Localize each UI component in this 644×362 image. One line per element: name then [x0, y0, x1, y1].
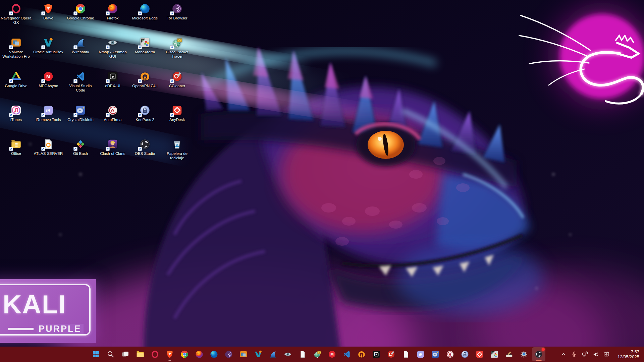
office-icon	[10, 138, 22, 150]
tor-icon	[224, 350, 233, 359]
taskbar-keepass[interactable]	[458, 347, 472, 361]
taskbar-anydesk[interactable]	[473, 347, 486, 361]
vscode-icon	[342, 350, 351, 359]
desktop-icon-anydesk[interactable]: AnyDesk	[161, 102, 193, 135]
taskbar-settings[interactable]	[517, 347, 531, 361]
taskbar-megasync[interactable]: M	[325, 347, 339, 361]
tray-update[interactable]	[601, 348, 612, 361]
taskbar-clock[interactable]: 7:57 12/05/2025	[612, 349, 641, 359]
tray-microphone[interactable]	[569, 348, 580, 361]
taskbar-wireshark[interactable]	[266, 347, 280, 361]
taskbar-scanner-app[interactable]	[502, 347, 516, 361]
desktop-icon-label: CrystalDiskInfo	[67, 118, 93, 122]
desktop-icon-wireshark[interactable]: Wireshark	[64, 34, 97, 68]
autofirma-icon: e	[107, 104, 119, 116]
taskbar-virtualbox[interactable]	[252, 347, 265, 361]
desktop-icon-keepass-2[interactable]: KeePass 2	[129, 102, 161, 135]
desktop-icon-label: Office	[11, 152, 21, 156]
desktop-icon-label: Wireshark	[72, 50, 89, 54]
keepass-icon	[139, 104, 151, 116]
badge-subtitle: PURPLE	[37, 324, 84, 334]
desktop-icon-autofirma[interactable]: eAutoFirma	[97, 102, 129, 135]
desktop-icon-megasync[interactable]: MMEGAsync	[32, 68, 64, 102]
virtualbox-icon	[42, 37, 54, 49]
taskbar-obs-studio[interactable]	[532, 347, 545, 361]
desktop-icon-itunes[interactable]: iTunes	[0, 102, 32, 135]
taskbar-task-view[interactable]	[119, 347, 132, 361]
tray-network[interactable]	[580, 348, 590, 361]
desktop-icon-clash-of-clans[interactable]: Clash of Clans	[97, 135, 129, 169]
desktop-icon-edex-ui[interactable]: eeDEX-UI	[97, 68, 129, 102]
shortcut-arrow-badge	[170, 45, 174, 49]
shortcut-arrow-badge	[106, 147, 110, 151]
taskbar-file-explorer[interactable]	[133, 347, 147, 361]
desktop-icon-navegador-opera-gx[interactable]: Navegador Opera GX	[0, 0, 32, 34]
taskbar-firefox[interactable]	[193, 347, 206, 361]
taskbar-start[interactable]	[89, 347, 103, 361]
taskbar-search[interactable]	[104, 347, 117, 361]
virtualbox-icon	[254, 350, 263, 359]
taskbar-opera-gx[interactable]	[148, 347, 162, 361]
desktop-icon-mobaxterm[interactable]: >MobaXterm	[129, 34, 161, 68]
desktop-icon-visual-studio-code[interactable]: Visual Studio Code	[64, 68, 97, 102]
desktop-icon-label: CCleaner	[169, 84, 185, 88]
desktop-icon-cisco-packet-tracer[interactable]: Cisco Packet Tracer	[161, 34, 193, 68]
openvpn-icon	[139, 70, 151, 82]
shortcut-arrow-badge	[9, 11, 13, 15]
desktop-icon-google-chrome[interactable]: Google Chrome	[64, 0, 97, 34]
desktop-icon-vmware-workstation-pro[interactable]: VMware Workstation Pro	[0, 34, 32, 68]
taskbar-tor-browser[interactable]	[222, 347, 235, 361]
desktop-icon-obs-studio[interactable]: OBS Studio	[129, 135, 161, 169]
iremove-icon: iR	[416, 350, 425, 359]
tray-volume[interactable]	[590, 348, 601, 361]
itunes-icon	[10, 104, 22, 116]
explorer-icon	[136, 350, 145, 359]
keepass-icon	[461, 350, 469, 359]
taskbar-cisco-packet-tracer[interactable]	[311, 347, 324, 361]
taskbar-document-app-2[interactable]	[399, 347, 413, 361]
desktop-icon-ccleaner[interactable]: CCCleaner	[161, 68, 193, 102]
autofirma-icon: e	[446, 350, 454, 359]
taskbar-nmap[interactable]	[281, 347, 294, 361]
taskbar-ccleaner[interactable]: C	[384, 347, 398, 361]
taskbar-document-app[interactable]	[296, 347, 309, 361]
tray-hidden-icons[interactable]	[558, 348, 569, 361]
desktop-icon-nmap-zenmap-gui[interactable]: Nmap - Zenmap GUI	[97, 34, 129, 68]
taskbar-crystaldiskinfo[interactable]	[429, 347, 442, 361]
shortcut-arrow-badge	[73, 147, 77, 151]
shortcut-arrow-badge	[106, 11, 110, 15]
notification-dot	[542, 348, 545, 351]
taskbar-edge[interactable]	[207, 347, 221, 361]
taskbar-openvpn[interactable]	[355, 347, 368, 361]
taskbar-autofirma[interactable]: e	[443, 347, 457, 361]
desktop-icon-office[interactable]: Office	[0, 135, 32, 169]
desktop-icon-tor-browser[interactable]: Tor Browser	[161, 0, 193, 34]
shortcut-arrow-badge	[9, 147, 13, 151]
taskbar-chrome[interactable]	[178, 347, 191, 361]
desktop-icon-google-drive[interactable]: Google Drive	[0, 68, 32, 102]
taskbar-iremove-tools[interactable]: iR	[414, 347, 427, 361]
desktop-icon-firefox[interactable]: Firefox	[97, 0, 129, 34]
desktop-icon-crystaldiskinfo[interactable]: CrystalDiskInfo	[64, 102, 97, 135]
taskbar-vmware[interactable]	[237, 347, 250, 361]
taskbar-vscode[interactable]	[340, 347, 354, 361]
desktop-icon-oracle-virtualbox[interactable]: Oracle VirtualBox	[32, 34, 64, 68]
taskbar-edex-ui[interactable]: e	[370, 347, 383, 361]
nmap-icon	[283, 350, 292, 359]
taskbar-brave[interactable]	[163, 347, 176, 361]
desktop-icon-iremove-tools[interactable]: iRiRemove Tools	[32, 102, 64, 135]
desktop-icon-brave[interactable]: Brave	[32, 0, 64, 34]
desktop-icon-atlas-server[interactable]: ATLAS-SERVER	[32, 135, 64, 169]
desktop-icon-openvpn-gui[interactable]: OpenVPN GUI	[129, 68, 161, 102]
desktop-icon-papelera-de-reciclaje[interactable]: Papelera de reciclaje	[161, 135, 193, 169]
shortcut-arrow-badge	[73, 45, 77, 49]
taskbar-mobaxterm[interactable]: >	[488, 347, 501, 361]
vmware-icon	[239, 350, 248, 359]
running-indicator	[169, 360, 171, 361]
kali-purple-badge: KALI PURPLE	[0, 279, 96, 343]
svg-text:e: e	[376, 353, 377, 356]
desktop-icon-microsoft-edge[interactable]: Microsoft Edge	[129, 0, 161, 34]
firefox-icon	[107, 3, 119, 15]
desktop-icon-git-bash[interactable]: Git Bash	[64, 135, 97, 169]
svg-text:iR: iR	[46, 108, 51, 113]
